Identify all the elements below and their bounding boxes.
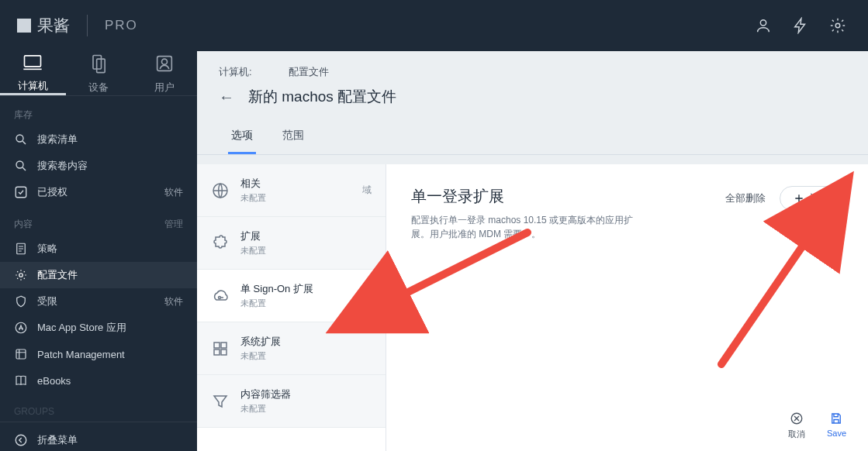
detail-pane: 单一登录扩展 配置执行单一登录 machos 10.15 或更高版本的应用扩展。…	[386, 164, 868, 451]
sidebar-item-label: 已授权	[37, 185, 67, 199]
sidebar-item-extra: 软件	[164, 186, 183, 199]
svg-rect-9	[16, 187, 26, 198]
gear-icon[interactable]	[829, 17, 846, 34]
sidebar-item-ebooks[interactable]: eBooks	[0, 367, 197, 394]
payload-sub: 未配置	[240, 298, 313, 309]
breadcrumb-item[interactable]: 配置文件	[289, 66, 329, 77]
save-label: Save	[827, 429, 846, 438]
svg-rect-19	[214, 349, 220, 355]
save-icon	[829, 411, 843, 425]
svg-point-12	[16, 322, 26, 333]
svg-point-0	[760, 20, 766, 26]
navtab-computers[interactable]: 计算机	[0, 51, 66, 95]
page-title: 新的 machos 配置文件	[248, 87, 396, 107]
sidebar-item-label: eBooks	[37, 375, 71, 387]
search-icon	[14, 159, 28, 173]
payload-sub: 未配置	[240, 245, 266, 256]
payload-sso-extension[interactable]: 单 Sign-On 扩展 未配置	[197, 270, 386, 322]
payload-extra: 域	[362, 184, 372, 197]
sidebar-item-search-inventory[interactable]: 搜索清单	[0, 126, 197, 153]
sidebar-item-extra: 软件	[164, 295, 183, 308]
back-arrow-icon[interactable]: ←	[219, 88, 234, 106]
payload-associated-domains[interactable]: 相关 未配置 域	[197, 164, 386, 217]
payload-title: 单 Sign-On 扩展	[240, 282, 313, 296]
shield-icon	[14, 294, 28, 308]
svg-rect-13	[16, 349, 26, 359]
sidebar-item-profiles[interactable]: 配置文件	[0, 262, 197, 288]
navtab-devices[interactable]: 设备	[66, 51, 132, 95]
navtab-label: 计算机	[18, 79, 48, 93]
sidebar-item-label: 策略	[37, 242, 57, 256]
collapse-icon	[14, 433, 28, 447]
tab-options[interactable]: 选项	[228, 119, 256, 154]
payload-list: 相关 未配置 域 扩展 未配置 单 Sign-On 扩展	[197, 164, 386, 451]
collapse-label: 折叠菜单	[37, 433, 78, 447]
add-button[interactable]: 添加	[780, 186, 843, 211]
content-tabs: 选项 范围	[197, 119, 868, 155]
delete-all-button[interactable]: 全部删除	[725, 191, 766, 205]
globe-icon	[211, 181, 230, 200]
add-button-label: 添加	[810, 191, 830, 205]
svg-point-1	[835, 23, 840, 28]
save-button[interactable]: Save	[827, 411, 846, 440]
svg-point-6	[161, 59, 167, 64]
doc-icon	[14, 242, 28, 256]
gear-icon	[14, 268, 28, 282]
sidebar-item-label: Mac App Store 应用	[37, 321, 126, 335]
sidebar-item-restricted[interactable]: 受限 软件	[0, 288, 197, 315]
svg-point-11	[19, 274, 23, 277]
svg-rect-18	[221, 343, 227, 348]
nav-tabs: 计算机 设备 用户	[0, 51, 197, 96]
payload-content-filter[interactable]: 内容筛选器 未配置	[197, 375, 386, 428]
detail-title: 单一登录扩展	[411, 186, 644, 207]
content-area: 计算机: 配置文件 ← 新的 machos 配置文件 选项 范围 相关 未配置 …	[197, 51, 868, 451]
sidebar-item-label: 搜索清单	[37, 133, 78, 146]
cancel-icon	[790, 411, 804, 425]
breadcrumb-item[interactable]: 计算机:	[219, 66, 252, 77]
svg-rect-2	[25, 56, 41, 67]
sidebar-item-licensed[interactable]: 已授权 软件	[0, 179, 197, 205]
tab-scope[interactable]: 范围	[279, 119, 307, 154]
sidebar-category: 内容 管理	[0, 205, 197, 236]
sidebar-category: 库存	[0, 96, 197, 126]
sidebar: 计算机 设备 用户 库存 搜索清单 搜索卷内容 已授权 软件 内容	[0, 51, 197, 451]
payload-extensions[interactable]: 扩展 未配置	[197, 217, 386, 270]
sidebar-item-appstore[interactable]: Mac App Store 应用	[0, 315, 197, 341]
logo-icon	[17, 19, 31, 33]
patch-icon	[14, 347, 28, 361]
brand-logo: 果酱 PRO	[0, 15, 138, 36]
payload-title: 内容筛选器	[240, 387, 291, 401]
sidebar-item-label: 搜索卷内容	[37, 159, 88, 173]
sidebar-item-label: 配置文件	[37, 268, 78, 282]
logo-separator	[87, 15, 88, 36]
cloud-key-icon	[211, 287, 230, 305]
brand-pro: PRO	[105, 18, 138, 33]
search-icon	[14, 133, 28, 146]
svg-point-14	[16, 435, 26, 446]
payload-sub: 未配置	[240, 403, 291, 415]
svg-rect-17	[214, 343, 220, 348]
filter-icon	[211, 392, 230, 411]
app-header: 果酱 PRO	[0, 0, 868, 51]
bolt-icon[interactable]	[792, 17, 809, 34]
cancel-button[interactable]: 取消	[788, 411, 805, 440]
breadcrumb: 计算机: 配置文件	[197, 51, 868, 79]
navtab-label: 用户	[154, 81, 175, 95]
payload-system-extensions[interactable]: 系统扩展 未配置	[197, 322, 386, 375]
puzzle-icon	[211, 234, 230, 253]
svg-point-16	[219, 296, 221, 298]
sidebar-item-patch[interactable]: Patch Management	[0, 341, 197, 367]
user-icon[interactable]	[755, 17, 772, 34]
payload-sub: 未配置	[240, 350, 281, 362]
check-icon	[14, 185, 28, 199]
sidebar-item-label: Patch Management	[37, 349, 125, 360]
sidebar-item-policies[interactable]: 策略	[0, 236, 197, 262]
sidebar-item-search-volume[interactable]: 搜索卷内容	[0, 153, 197, 179]
svg-rect-20	[221, 349, 227, 355]
navtab-users[interactable]: 用户	[131, 51, 197, 95]
navtab-label: 设备	[88, 81, 109, 95]
collapse-menu-button[interactable]: 折叠菜单	[0, 422, 197, 451]
sidebar-category: GROUPS	[0, 394, 197, 422]
payload-title: 系统扩展	[240, 335, 281, 349]
cancel-label: 取消	[788, 429, 805, 440]
